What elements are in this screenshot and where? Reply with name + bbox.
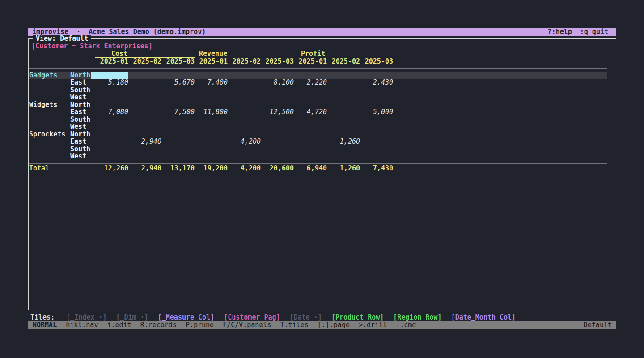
value-cell[interactable] (128, 72, 161, 79)
value-cell[interactable] (228, 108, 261, 116)
value-cell[interactable] (161, 153, 195, 160)
value-cell[interactable] (294, 101, 327, 109)
value-cell[interactable]: 2,430 (360, 79, 393, 86)
column-header[interactable]: 2025-03 (161, 58, 195, 65)
tile-date[interactable]: [Date ·] (290, 314, 322, 321)
value-cell[interactable] (327, 153, 360, 160)
value-cell[interactable] (294, 145, 327, 153)
value-cell[interactable] (261, 116, 294, 124)
value-cell[interactable] (327, 131, 360, 138)
value-cell[interactable]: 4,200 (228, 138, 261, 145)
value-cell[interactable] (161, 116, 195, 124)
value-cell[interactable] (294, 72, 327, 79)
value-cell[interactable] (161, 101, 195, 109)
value-cell[interactable] (161, 131, 195, 138)
tile-measure[interactable]: [_Measure Col] (158, 314, 214, 321)
value-cell[interactable] (128, 94, 161, 101)
value-cell[interactable] (228, 123, 261, 131)
value-cell[interactable] (128, 79, 161, 86)
tile-date_month[interactable]: [Date_Month Col] (451, 314, 516, 321)
value-cell[interactable] (161, 94, 195, 101)
tile-product[interactable]: [Product Row] (331, 314, 384, 321)
value-cell[interactable] (195, 72, 228, 79)
measure-group-cost[interactable]: Cost (95, 50, 195, 58)
value-cell[interactable] (195, 116, 228, 124)
value-cell[interactable] (327, 79, 360, 86)
value-cell[interactable] (327, 101, 360, 109)
value-cell[interactable] (228, 101, 261, 109)
value-cell[interactable] (195, 131, 228, 138)
value-cell[interactable] (161, 123, 195, 131)
column-header[interactable]: 2025-02 (228, 58, 261, 65)
column-header[interactable]: 2025-02 (327, 58, 360, 65)
value-cell[interactable] (327, 145, 360, 153)
value-cell[interactable] (360, 86, 393, 94)
value-cell[interactable] (294, 131, 327, 138)
value-cell[interactable] (261, 145, 294, 153)
value-cell[interactable] (261, 101, 294, 109)
column-header[interactable]: 2025-01 (95, 58, 128, 65)
value-cell[interactable]: 5,180 (95, 79, 128, 86)
value-cell[interactable] (228, 72, 261, 79)
column-header[interactable]: 2025-02 (128, 58, 161, 65)
value-cell[interactable] (294, 86, 327, 94)
value-cell[interactable] (294, 123, 327, 131)
value-cell[interactable] (195, 138, 228, 145)
value-cell[interactable] (128, 101, 161, 109)
column-header[interactable]: 2025-01 (294, 58, 327, 65)
tile-customer[interactable]: [Customer Pag] (224, 314, 280, 321)
value-cell[interactable] (360, 153, 393, 160)
value-cell[interactable] (228, 94, 261, 101)
value-cell[interactable]: 12,500 (261, 108, 294, 116)
value-cell[interactable] (195, 101, 228, 109)
value-cell[interactable] (360, 72, 393, 79)
value-cell[interactable] (228, 131, 261, 138)
value-cell[interactable] (294, 116, 327, 124)
value-cell[interactable] (128, 145, 161, 153)
measure-group-revenue[interactable]: Revenue (195, 50, 294, 58)
value-cell[interactable] (195, 153, 228, 160)
value-cell[interactable] (327, 116, 360, 124)
value-cell[interactable] (294, 94, 327, 101)
value-cell[interactable] (327, 123, 360, 131)
value-cell[interactable] (128, 108, 161, 116)
value-cell[interactable] (360, 101, 393, 109)
value-cell[interactable] (261, 138, 294, 145)
value-cell[interactable] (195, 94, 228, 101)
value-cell[interactable]: 2,220 (294, 79, 327, 86)
help-hint[interactable]: ?:help (548, 28, 572, 36)
value-cell[interactable] (360, 138, 393, 145)
value-cell[interactable] (360, 94, 393, 101)
value-cell[interactable]: 5,000 (360, 108, 393, 116)
value-cell[interactable]: 8,100 (261, 79, 294, 86)
value-cell[interactable] (128, 131, 161, 138)
value-cell[interactable]: 11,800 (195, 108, 228, 116)
value-cell[interactable] (128, 116, 161, 124)
value-cell[interactable] (360, 116, 393, 124)
value-cell[interactable]: 7,500 (161, 108, 195, 116)
value-cell[interactable] (261, 94, 294, 101)
value-cell[interactable] (261, 72, 294, 79)
value-cell[interactable] (360, 123, 393, 131)
value-cell[interactable]: 1,260 (327, 138, 360, 145)
value-cell[interactable] (195, 86, 228, 94)
value-cell[interactable]: 5,670 (161, 79, 195, 86)
value-cell[interactable] (228, 116, 261, 124)
tile-dim[interactable]: [_Dim ·] (116, 314, 148, 321)
value-cell[interactable] (95, 145, 128, 153)
tile-index[interactable]: [_Index ·] (66, 314, 106, 321)
page-filter-chip[interactable]: [Customer = Stark Enterprises] (31, 43, 616, 50)
value-cell[interactable] (95, 153, 128, 160)
value-cell[interactable]: 4,720 (294, 108, 327, 116)
value-cell[interactable] (228, 79, 261, 86)
value-cell[interactable] (327, 72, 360, 79)
value-cell[interactable]: 7,400 (195, 79, 228, 86)
value-cell[interactable] (95, 86, 128, 94)
quit-hint[interactable]: :q quit (580, 28, 608, 36)
value-cell[interactable] (195, 123, 228, 131)
value-cell[interactable] (294, 153, 327, 160)
value-cell[interactable] (128, 86, 161, 94)
selected-cell-cursor[interactable] (95, 72, 128, 79)
value-cell[interactable] (228, 145, 261, 153)
value-cell[interactable] (95, 131, 128, 138)
